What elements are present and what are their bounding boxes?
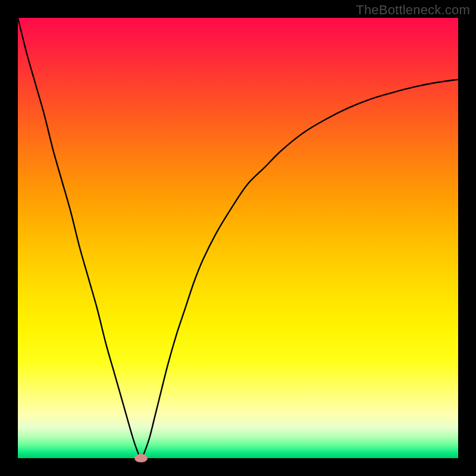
plot-area <box>18 18 458 458</box>
watermark-text: TheBottleneck.com <box>356 2 470 18</box>
chart-frame: TheBottleneck.com <box>0 0 476 476</box>
bottleneck-curve <box>18 18 458 458</box>
min-marker <box>134 454 148 462</box>
